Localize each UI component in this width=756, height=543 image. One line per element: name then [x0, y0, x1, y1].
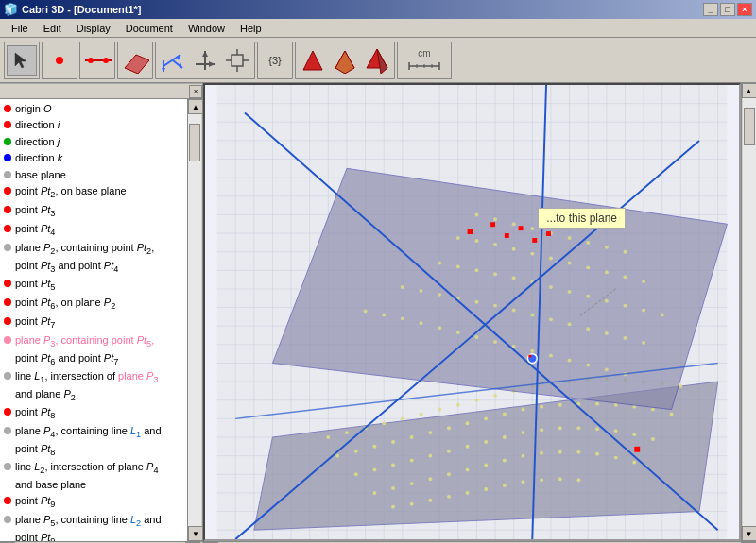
svg-point-203 [438, 293, 441, 297]
canvas-scrollbar-right[interactable]: ▲ ▼ [741, 83, 756, 541]
svg-point-134 [540, 428, 543, 432]
number-badge-button[interactable]: {3} [260, 45, 290, 76]
svg-point-107 [372, 445, 376, 449]
svg-point-176 [624, 250, 627, 254]
tetrahedron-button[interactable] [362, 45, 392, 76]
pyramid-button[interactable] [330, 45, 360, 76]
left-panel-scrollbar[interactable]: ▲ ▼ [187, 99, 202, 541]
svg-point-145 [447, 472, 451, 476]
svg-point-211 [586, 327, 590, 331]
svg-point-1 [56, 57, 63, 64]
pointer-tool-button[interactable] [7, 45, 37, 76]
maximize-button[interactable]: □ [720, 3, 735, 16]
minimize-button[interactable]: _ [703, 3, 718, 16]
svg-marker-11 [162, 68, 165, 72]
panel-close-button[interactable]: × [189, 85, 202, 98]
item-p3-label: plane P3, containing point Pt5, [15, 333, 154, 350]
svg-point-3 [88, 58, 94, 63]
list-item-dir-j: direction j [4, 134, 198, 150]
svg-point-198 [624, 304, 627, 308]
item-base-plane-label: base plane [15, 168, 66, 182]
svg-point-171 [530, 227, 534, 230]
canvas-scroll-thumb[interactable] [744, 108, 755, 145]
svg-point-164 [540, 478, 543, 482]
svg-point-148 [503, 459, 507, 463]
svg-point-221 [474, 335, 478, 339]
menu-window[interactable]: Window [180, 21, 232, 36]
svg-point-181 [530, 252, 534, 256]
svg-point-184 [586, 265, 590, 269]
canvas-scroll-up-button[interactable]: ▲ [742, 83, 757, 98]
point-tool-button[interactable] [44, 45, 75, 76]
app-icon: 🧊 [4, 3, 18, 16]
item-p4-extra: point Pt8 [4, 442, 198, 459]
svg-point-117 [558, 403, 562, 407]
title-bar-controls: _ □ × [703, 3, 752, 16]
svg-point-93 [474, 399, 478, 402]
axis-y-button[interactable] [190, 45, 220, 76]
measure-tool-button[interactable]: cm [405, 45, 443, 76]
svg-point-170 [512, 222, 516, 226]
svg-point-116 [540, 405, 543, 409]
scroll-up-button[interactable]: ▲ [188, 99, 203, 114]
dot-p2 [4, 244, 11, 251]
dot-pt9 [4, 497, 11, 504]
svg-point-113 [484, 416, 488, 420]
menu-document[interactable]: Document [118, 21, 180, 36]
axis-x-button[interactable] [158, 45, 188, 76]
svg-point-194 [549, 285, 553, 289]
svg-point-91 [438, 408, 441, 412]
svg-marker-5 [125, 55, 149, 74]
svg-marker-25 [377, 49, 387, 74]
svg-point-196 [586, 295, 590, 298]
list-item-p5: plane P5, containing line L2 and [4, 512, 198, 531]
svg-point-212 [605, 331, 609, 335]
triangle-button[interactable] [298, 45, 328, 76]
svg-point-147 [484, 464, 488, 467]
dot-pt4 [4, 225, 11, 232]
menu-file[interactable]: File [4, 21, 36, 36]
line-tool-button[interactable] [82, 45, 112, 76]
svg-point-133 [522, 431, 525, 434]
svg-point-125 [372, 467, 376, 471]
left-panel-header: × [0, 84, 202, 99]
svg-point-90 [420, 413, 423, 416]
scene-viewport[interactable]: ...to this plane [203, 83, 741, 541]
plane-tool-button[interactable] [120, 45, 150, 76]
crosshair-button[interactable] [222, 45, 252, 76]
scroll-thumb[interactable] [189, 124, 200, 161]
svg-point-89 [401, 416, 404, 420]
item-p5-label: plane P5, containing line L2 and [15, 513, 162, 530]
svg-point-137 [595, 427, 599, 431]
svg-point-4 [103, 58, 109, 63]
menu-edit[interactable]: Edit [36, 21, 69, 36]
item-dir-i-label: direction i [15, 118, 60, 132]
svg-point-106 [354, 450, 358, 453]
svg-point-165 [558, 477, 562, 481]
canvas-scroll-down-button[interactable]: ▼ [742, 526, 757, 541]
list-item-pt4: point Pt4 [4, 221, 198, 240]
svg-point-136 [576, 426, 580, 430]
scroll-down-button[interactable]: ▼ [188, 526, 203, 541]
svg-rect-242 [528, 355, 531, 358]
menu-help[interactable]: Help [232, 21, 269, 36]
svg-point-173 [568, 236, 572, 240]
svg-point-149 [522, 454, 525, 458]
object-list[interactable]: origin O direction i direction j directi… [0, 99, 202, 541]
dot-L2 [4, 463, 11, 470]
svg-point-155 [632, 461, 636, 465]
menu-display[interactable]: Display [69, 21, 118, 36]
svg-point-94 [493, 394, 497, 398]
list-item-pt5: point Pt5 [4, 276, 198, 295]
close-button[interactable]: × [737, 3, 752, 16]
svg-point-191 [493, 272, 497, 276]
svg-point-127 [410, 459, 414, 463]
item-dir-j-label: direction j [15, 135, 60, 149]
svg-point-110 [428, 431, 432, 434]
svg-point-202 [420, 289, 423, 293]
svg-point-168 [474, 212, 478, 216]
svg-point-222 [493, 340, 497, 344]
list-item-dir-k: direction k [4, 150, 198, 166]
list-item-origin: origin O [4, 101, 198, 117]
svg-point-88 [382, 421, 386, 425]
